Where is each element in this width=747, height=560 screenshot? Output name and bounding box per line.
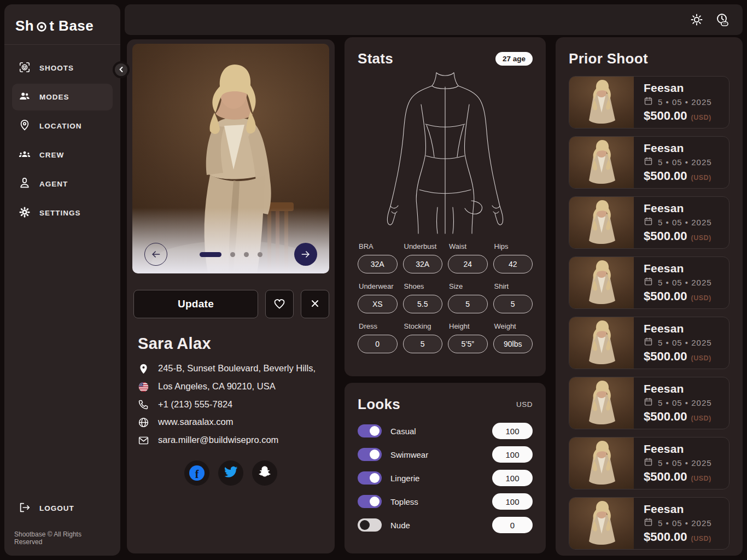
stat-value-pill[interactable]: 32A xyxy=(403,255,443,273)
stat-value-pill[interactable]: 5.5 xyxy=(403,295,443,313)
carousel-dot-active[interactable] xyxy=(200,252,221,257)
app-logo[interactable]: Sh t Base xyxy=(12,15,113,44)
contact-email[interactable]: sara.miller@buildwisepro.com xyxy=(158,434,278,446)
stat-value-pill[interactable]: XS xyxy=(358,295,398,313)
sidebar-item-modes[interactable]: MODES xyxy=(12,84,113,110)
shoot-date-row: 5 • 05 • 2025 xyxy=(644,96,712,107)
shoot-price-row: $500.00 (USD) xyxy=(644,229,712,243)
look-label: Nude xyxy=(390,521,410,530)
look-rate-pill[interactable]: 100 xyxy=(492,446,533,463)
look-toggle[interactable] xyxy=(358,424,382,438)
carousel-dot[interactable] xyxy=(230,252,235,257)
look-toggle[interactable] xyxy=(358,471,382,485)
stat-label: Height xyxy=(448,322,488,330)
sidebar-nav: SHOOTS MODES LOCATION xyxy=(12,55,113,226)
shoot-info: Feesan 5 • 05 • 2025 $500.00 (USD) xyxy=(634,137,712,188)
social-links: f xyxy=(132,460,329,486)
look-label: Swimwear xyxy=(390,450,428,459)
stat-value-pill[interactable]: 32A xyxy=(358,255,398,273)
contact-website[interactable]: www.saraalax.com xyxy=(158,416,234,428)
shoot-name: Feesan xyxy=(644,81,712,95)
sidebar-item-crew[interactable]: CREW xyxy=(12,142,113,168)
sidebar-item-label: SHOOTS xyxy=(39,64,74,72)
prior-shoot-card[interactable]: Feesan 5 • 05 • 2025 $500.00 (USD) xyxy=(569,317,730,369)
shoot-thumbnail xyxy=(569,377,634,429)
contact-phone[interactable]: +1 (213) 555-7824 xyxy=(158,399,232,410)
facebook-link[interactable]: f xyxy=(184,460,209,486)
shoot-info: Feesan 5 • 05 • 2025 $500.00 (USD) xyxy=(634,377,712,429)
shoot-name: Feesan xyxy=(644,382,712,395)
update-button[interactable]: Update xyxy=(133,290,258,318)
stat-field: Size 5 xyxy=(448,282,488,313)
look-label: Casual xyxy=(390,427,416,436)
look-rate-pill[interactable]: 100 xyxy=(492,493,533,510)
prior-shoot-card[interactable]: Feesan 5 • 05 • 2025 $500.00 (USD) xyxy=(569,136,730,189)
calendar-icon xyxy=(644,337,653,348)
carousel-dot[interactable] xyxy=(244,252,249,257)
look-toggle[interactable] xyxy=(358,448,382,461)
remove-button[interactable] xyxy=(301,290,329,318)
stat-value-pill[interactable]: 5 xyxy=(403,335,443,353)
shoot-date: 5 • 05 • 2025 xyxy=(658,398,712,407)
shoot-info: Feesan 5 • 05 • 2025 $500.00 (USD) xyxy=(634,77,712,128)
logout-button[interactable]: LOGOUT xyxy=(12,495,113,522)
sidebar-item-settings[interactable]: SETTINGS xyxy=(12,200,113,226)
prior-shoot-card[interactable]: Feesan 5 • 05 • 2025 $500.00 (USD) xyxy=(569,256,730,309)
stat-value-pill[interactable]: 5 xyxy=(493,295,533,313)
look-toggle[interactable] xyxy=(358,495,382,508)
shoot-date-row: 5 • 05 • 2025 xyxy=(644,217,712,228)
shoot-date: 5 • 05 • 2025 xyxy=(658,518,712,528)
look-rate-pill[interactable]: 100 xyxy=(492,470,533,486)
favorite-button[interactable] xyxy=(265,290,294,318)
carousel-prev-button[interactable] xyxy=(144,243,167,266)
prior-shoot-card[interactable]: Feesan 5 • 05 • 2025 $500.00 (USD) xyxy=(569,196,730,249)
stat-field: Shirt 5 xyxy=(493,282,533,313)
theme-sun-icon[interactable] xyxy=(690,13,703,26)
sidebar-item-label: CREW xyxy=(39,151,64,159)
calendar-icon xyxy=(644,96,653,107)
prior-shoot-card[interactable]: Feesan 5 • 05 • 2025 $500.00 (USD) xyxy=(569,497,730,550)
shoot-date: 5 • 05 • 2025 xyxy=(658,218,712,227)
look-row: Swimwear 100 xyxy=(358,446,533,463)
stat-value-pill[interactable]: 5’5” xyxy=(448,335,488,353)
carousel-next-button[interactable] xyxy=(294,243,317,266)
stat-field: Hips 42 xyxy=(493,242,533,273)
topbar xyxy=(125,4,743,35)
sidebar-collapse-button[interactable] xyxy=(113,61,130,78)
prior-shoot-card[interactable]: Feesan 5 • 05 • 2025 $500.00 (USD) xyxy=(569,76,730,129)
calendar-icon xyxy=(644,397,653,408)
looks-panel: Looks USD Casual 100 Swimwear 100 xyxy=(345,383,546,553)
stat-value-pill[interactable]: 42 xyxy=(493,255,533,273)
session-clock-icon[interactable] xyxy=(715,13,730,27)
shoot-price-row: $500.00 (USD) xyxy=(644,169,712,183)
sidebar-item-location[interactable]: LOCATION xyxy=(12,113,113,139)
carousel-dot[interactable] xyxy=(258,252,262,257)
shoot-price: $500.00 xyxy=(644,530,687,544)
stat-label: Waist xyxy=(448,242,488,250)
sidebar-bottom: LOGOUT Shootbase © All Rights Reserved xyxy=(12,495,113,546)
snapchat-link[interactable] xyxy=(252,460,277,486)
look-rate-pill[interactable]: 100 xyxy=(492,423,533,439)
look-toggle[interactable] xyxy=(358,518,382,532)
carousel-dots xyxy=(200,252,262,257)
shoot-info: Feesan 5 • 05 • 2025 $500.00 (USD) xyxy=(634,498,712,549)
twitter-link[interactable] xyxy=(218,460,243,486)
stat-value-pill[interactable]: 90lbs xyxy=(493,335,533,353)
map-pin-icon xyxy=(138,363,150,375)
shoot-date: 5 • 05 • 2025 xyxy=(658,158,712,167)
prior-shoot-card[interactable]: Feesan 5 • 05 • 2025 $500.00 (USD) xyxy=(569,437,730,489)
phone-icon xyxy=(138,399,150,410)
shoot-price: $500.00 xyxy=(644,229,687,243)
sidebar-item-agent[interactable]: AGENT xyxy=(12,171,113,197)
contact-city: Los Angeles, CA 90210, USA xyxy=(158,381,276,392)
stat-value-pill[interactable]: 24 xyxy=(448,255,488,273)
looks-header: Looks USD xyxy=(358,396,533,413)
stat-value-pill[interactable]: 0 xyxy=(358,335,398,353)
look-rate-pill[interactable]: 0 xyxy=(492,517,533,533)
prior-shoot-card[interactable]: Feesan 5 • 05 • 2025 $500.00 (USD) xyxy=(569,377,730,429)
prior-shoot-title: Prior Shoot xyxy=(569,50,730,67)
shoot-date-row: 5 • 05 • 2025 xyxy=(644,277,712,288)
sidebar-item-shoots[interactable]: SHOOTS xyxy=(12,55,113,81)
stat-value-pill[interactable]: 5 xyxy=(448,295,488,313)
shoot-info: Feesan 5 • 05 • 2025 $500.00 (USD) xyxy=(634,438,712,489)
